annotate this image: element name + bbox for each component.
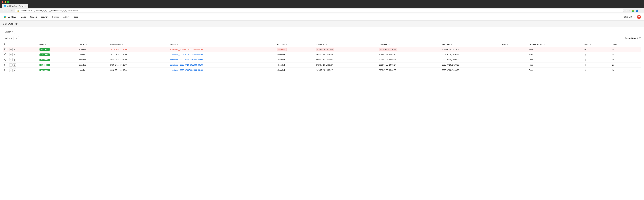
run-id-link[interactable]: scheduled__2023-07-26T09:10:00+00:00: [170, 69, 203, 71]
end-date-sort-icon[interactable]: ⇅: [451, 44, 452, 45]
ext-trigger-sort-icon[interactable]: ⇅: [543, 44, 544, 45]
state-sort-icon[interactable]: ⇅: [45, 44, 46, 45]
page-title: List Dag Run: [3, 22, 641, 25]
delete-row-button[interactable]: 🗑: [13, 58, 16, 61]
dag-id-cell: schedule: [78, 68, 109, 73]
conf-cell: {}: [583, 62, 610, 68]
extension-icon[interactable]: 🧩: [632, 9, 635, 12]
run-type-col-header: Run Type ⇅: [275, 42, 314, 47]
tab-favicon: 🌐: [4, 5, 6, 7]
table-row: ✏ 🗑 success schedule 2023-07-26, 10:10:0…: [3, 62, 641, 68]
row-checkbox[interactable]: [4, 69, 6, 71]
row-checkbox-cell: [3, 68, 8, 73]
row-checkbox[interactable]: [4, 53, 6, 55]
note-cell: [500, 47, 528, 52]
avatar[interactable]: AA: [637, 15, 641, 19]
external-trigger-cell: False: [527, 57, 583, 62]
start-date-cell: 2023-07-26, 14:10:00: [378, 47, 441, 52]
state-badge: success: [40, 64, 50, 66]
state-cell: success: [38, 47, 78, 52]
start-date-sort-icon[interactable]: ⇅: [388, 44, 390, 45]
row-actions: ✏ 🗑: [9, 68, 36, 72]
start-date-cell: 2023-07-26, 14:08:30: [378, 52, 441, 57]
edit-row-button[interactable]: ✏: [9, 63, 12, 67]
navbar: Airflow DAGs Datasets Security ▾ Browse …: [0, 13, 644, 20]
logical-date-value: 2023-07-26, 09:10:00: [110, 69, 127, 71]
search-caret-icon: ▾: [12, 31, 13, 33]
run-id-link[interactable]: scheduled__2023-07-26T13:10:00+00:00: [170, 48, 203, 50]
reload-button[interactable]: ↻: [11, 9, 14, 12]
run-id-cell: scheduled__2023-07-26T10:10:00+00:00: [168, 62, 275, 68]
minimize-traffic-light[interactable]: [4, 1, 6, 3]
search-bar[interactable]: Search ▾: [3, 30, 15, 34]
logical-date-value: 2023-07-26, 11:10:00: [110, 59, 127, 61]
nav-datasets[interactable]: Datasets: [28, 15, 38, 19]
more-options-icon[interactable]: ⋮: [640, 9, 642, 12]
toolbar-actions: ⬆ ☆ 🧩 👤 ⋮: [625, 9, 642, 12]
new-tab-button[interactable]: +: [29, 4, 33, 8]
state-cell: success: [38, 52, 78, 57]
run-id-link[interactable]: scheduled__2023-07-26T10:10:00+00:00: [170, 64, 203, 66]
delete-row-button[interactable]: 🗑: [13, 63, 16, 67]
row-checkbox[interactable]: [4, 64, 6, 66]
share-icon[interactable]: ⬆: [625, 9, 627, 12]
run-id-link[interactable]: scheduled__2023-07-26T11:10:00+00:00: [170, 59, 203, 61]
bookmark-icon[interactable]: ☆: [628, 9, 631, 12]
start-date-cell: 2023-07-26, 14:08:27: [378, 68, 441, 73]
run-id-link[interactable]: scheduled__2023-07-26T12:10:00+00:00: [170, 54, 203, 56]
edit-row-button[interactable]: ✏: [9, 53, 12, 56]
row-checkbox[interactable]: [4, 59, 6, 61]
forward-button[interactable]: →: [6, 9, 10, 12]
conf-cell: {}: [583, 52, 610, 57]
select-all-checkbox[interactable]: [4, 43, 6, 45]
run-type-sort-icon[interactable]: ⇅: [286, 44, 287, 45]
nav-browse[interactable]: Browse ▾: [51, 15, 62, 19]
edit-row-button[interactable]: ✏: [9, 58, 12, 61]
duration-cell: 1s: [610, 52, 641, 57]
duration-cell: 1s: [610, 47, 641, 52]
duration-cell: 1s: [610, 62, 641, 68]
brand[interactable]: Airflow: [3, 15, 16, 19]
note-sort-icon[interactable]: ⇅: [507, 44, 508, 45]
external-trigger-cell: False: [527, 52, 583, 57]
queued-at-cell: 2023-07-26, 14:08:27: [314, 57, 378, 62]
back-nav-button[interactable]: ←: [15, 36, 19, 40]
close-traffic-light[interactable]: [2, 1, 4, 3]
table-row: ✏ 🗑 success schedule 2023-07-26, 12:10:0…: [3, 52, 641, 57]
table-row: ✏ 🗑 success schedule 2023-07-26, 13:10:0…: [3, 47, 641, 52]
active-tab[interactable]: 🌐 List Dag Run - Airflow ×: [2, 4, 28, 8]
nav-dags[interactable]: DAGs: [20, 15, 28, 19]
dagid-sort-icon[interactable]: ⇅: [85, 44, 86, 45]
run-id-sort-icon[interactable]: ⇅: [176, 44, 178, 45]
edit-row-button[interactable]: ✏: [9, 68, 12, 72]
search-label: Search: [5, 31, 11, 33]
logical-date-cell: 2023-07-26, 11:10:00: [109, 57, 168, 62]
external-trigger-cell: False: [527, 47, 583, 52]
nav-admin[interactable]: Admin ▾: [62, 15, 72, 19]
state-cell: success: [38, 57, 78, 62]
maximize-traffic-light[interactable]: [7, 1, 9, 3]
nav-docs[interactable]: Docs ▾: [72, 15, 81, 19]
logical-date-sort-icon[interactable]: ⇅: [122, 44, 123, 45]
row-checkbox[interactable]: [4, 48, 6, 50]
start-date-col-header: Start Date ⇅: [378, 42, 441, 47]
address-bar[interactable]: 🔒 localhost:8080/dagrun/list/?_flt_3_dag…: [15, 9, 624, 12]
delete-row-button[interactable]: 🗑: [13, 68, 16, 72]
tab-close-button[interactable]: ×: [25, 5, 26, 7]
duration-cell: 1s: [610, 57, 641, 62]
edit-row-button[interactable]: ✏: [9, 48, 12, 51]
row-actions-cell: ✏ 🗑: [8, 62, 38, 68]
browse-caret-icon: ▾: [59, 16, 60, 18]
profile-icon[interactable]: 👤: [636, 9, 639, 12]
logical-date-col-header: Logical Date ⇅: [109, 42, 168, 47]
logical-date-value: 2023-07-26, 10:10:00: [110, 64, 127, 66]
end-date-cell: 2023-07-26, 14:08:28: [440, 57, 500, 62]
conf-sort-icon[interactable]: ⇅: [590, 44, 590, 45]
nav-security[interactable]: Security ▾: [39, 15, 50, 19]
delete-row-button[interactable]: 🗑: [13, 48, 16, 51]
actions-button[interactable]: Actions ▾: [3, 36, 14, 40]
back-button[interactable]: ←: [2, 9, 5, 12]
start-date-value: 2023-07-26, 14:08:27: [379, 69, 396, 71]
queued-at-sort-icon[interactable]: ⇅: [326, 44, 327, 45]
delete-row-button[interactable]: 🗑: [13, 53, 16, 56]
